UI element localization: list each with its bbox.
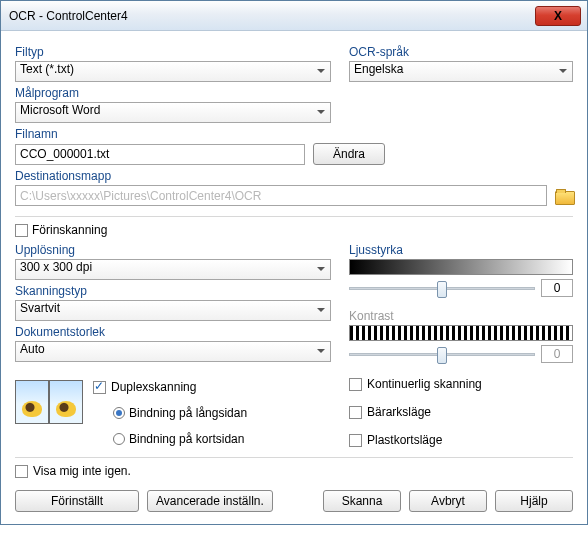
duplex-checkbox[interactable] xyxy=(93,381,106,394)
contrast-label: Kontrast xyxy=(349,309,573,323)
advanced-button[interactable]: Avancerade inställn. xyxy=(147,490,273,512)
close-icon: X xyxy=(554,9,562,23)
resolution-select[interactable]: 300 x 300 dpi xyxy=(15,259,331,280)
brightness-value: 0 xyxy=(541,279,573,297)
carrier-label: Bärarksläge xyxy=(367,405,431,419)
destfolder-input[interactable] xyxy=(15,185,547,206)
plastic-checkbox[interactable] xyxy=(349,434,362,447)
brightness-slider[interactable] xyxy=(349,287,535,290)
scantype-select[interactable]: Svartvit xyxy=(15,300,331,321)
dialog-content: Filtyp Text (*.txt) OCR-språk Engelska M… xyxy=(1,31,587,524)
change-button[interactable]: Ändra xyxy=(313,143,385,165)
filename-label: Filnamn xyxy=(15,127,573,141)
scantype-label: Skanningstyp xyxy=(15,284,331,298)
slider-thumb xyxy=(437,347,447,364)
page-front-icon xyxy=(15,380,49,424)
separator xyxy=(15,216,573,217)
bind-long-option[interactable]: Bindning på långsidan xyxy=(113,406,247,420)
prescan-label: Förinskanning xyxy=(32,223,107,237)
folder-icon[interactable] xyxy=(555,189,573,203)
slider-thumb[interactable] xyxy=(437,281,447,298)
docsize-label: Dokumentstorlek xyxy=(15,325,331,339)
help-button[interactable]: Hjälp xyxy=(495,490,573,512)
docsize-select[interactable]: Auto xyxy=(15,341,331,362)
contscan-label: Kontinuerlig skanning xyxy=(367,377,482,391)
duplex-preview xyxy=(15,380,83,424)
titlebar: OCR - ControlCenter4 X xyxy=(1,1,587,31)
separator xyxy=(15,457,573,458)
targetapp-select[interactable]: Microsoft Word xyxy=(15,102,331,123)
ocrlang-select[interactable]: Engelska xyxy=(349,61,573,82)
targetapp-label: Målprogram xyxy=(15,86,573,100)
filetype-label: Filtyp xyxy=(15,45,331,59)
brightness-label: Ljusstyrka xyxy=(349,243,573,257)
preset-button[interactable]: Förinställt xyxy=(15,490,139,512)
window-title: OCR - ControlCenter4 xyxy=(9,9,535,23)
carrier-checkbox[interactable] xyxy=(349,406,362,419)
ocrlang-label: OCR-språk xyxy=(349,45,573,59)
dontshow-checkbox[interactable] xyxy=(15,465,28,478)
bind-short-option[interactable]: Bindning på kortsidan xyxy=(113,432,247,446)
resolution-label: Upplösning xyxy=(15,243,331,257)
brightness-gradient xyxy=(349,259,573,275)
filename-input[interactable] xyxy=(15,144,305,165)
dontshow-label: Visa mig inte igen. xyxy=(33,464,131,478)
scan-button[interactable]: Skanna xyxy=(323,490,401,512)
contrast-value: 0 xyxy=(541,345,573,363)
duplex-label: Duplexskanning xyxy=(111,380,196,394)
radio-icon xyxy=(113,433,125,445)
prescan-checkbox[interactable] xyxy=(15,224,28,237)
page-back-icon xyxy=(49,380,83,424)
contscan-checkbox[interactable] xyxy=(349,378,362,391)
close-button[interactable]: X xyxy=(535,6,581,26)
radio-icon xyxy=(113,407,125,419)
contrast-gradient xyxy=(349,325,573,341)
dialog-window: OCR - ControlCenter4 X Filtyp Text (*.tx… xyxy=(0,0,588,525)
plastic-label: Plastkortsläge xyxy=(367,433,442,447)
destfolder-label: Destinationsmapp xyxy=(15,169,573,183)
contrast-slider xyxy=(349,353,535,356)
filetype-select[interactable]: Text (*.txt) xyxy=(15,61,331,82)
cancel-button[interactable]: Avbryt xyxy=(409,490,487,512)
